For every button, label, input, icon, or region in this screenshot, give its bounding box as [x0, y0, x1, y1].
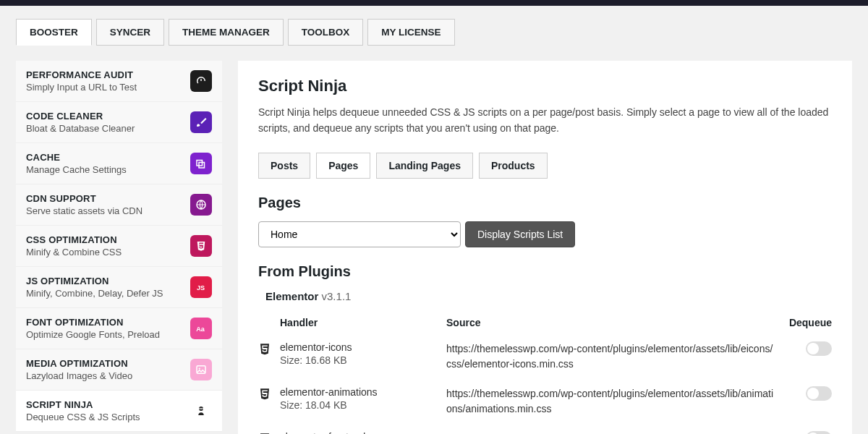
sidebar-sub: Bloat & Database Cleaner: [26, 123, 135, 134]
dequeue-toggle[interactable]: [806, 341, 832, 356]
svg-text:JS: JS: [197, 284, 205, 292]
col-dequeue: Dequeue: [774, 317, 832, 328]
handler-name: elementor-frontend: [280, 431, 446, 434]
tab-my-license[interactable]: MY LICENSE: [367, 19, 454, 46]
sidebar-item-cdn-support[interactable]: CDN SUPPORT Serve static assets via CDN: [16, 184, 222, 226]
plugin-name: Elementor v3.1.1: [265, 290, 832, 302]
col-handler: Handler: [280, 317, 446, 328]
page-description: Script Ninja helps dequeue unneeded CSS …: [258, 104, 832, 137]
css3-icon: [258, 341, 280, 358]
page-select[interactable]: Home: [258, 221, 461, 247]
source-url: https://themelesswp.com/wp-content/plugi…: [446, 431, 774, 434]
svg-point-8: [202, 408, 203, 409]
admin-top-bar: [0, 0, 868, 6]
tab-toolbox[interactable]: TOOLBOX: [288, 19, 364, 46]
source-url: https://themelesswp.com/wp-content/plugi…: [446, 341, 774, 372]
page-title: Script Ninja: [258, 77, 832, 95]
sidebar-sub: Serve static assets via CDN: [26, 205, 142, 216]
css-icon: [190, 235, 212, 257]
handler-size: Size: 16.68 KB: [280, 354, 446, 366]
subtab-products[interactable]: Products: [479, 153, 548, 179]
handler-size: Size: 18.04 KB: [280, 399, 446, 411]
svg-point-7: [200, 408, 200, 409]
sidebar-title: CSS OPTIMIZATION: [26, 234, 122, 245]
sidebar-item-performance-audit[interactable]: PERFORMANCE AUDIT Simply Input a URL to …: [16, 61, 222, 102]
image-icon: [190, 359, 212, 380]
gauge-icon: [190, 70, 212, 92]
sidebar-sub: Optimize Google Fonts, Preload: [26, 329, 160, 340]
section-title-pages: Pages: [258, 195, 832, 211]
globe-icon: [190, 194, 212, 216]
sidebar-item-script-ninja[interactable]: SCRIPT NINJA Dequeue CSS & JS Scripts: [16, 391, 222, 432]
svg-point-4: [199, 367, 200, 369]
sidebar-title: CODE CLEANER: [26, 111, 135, 122]
subtab-pages[interactable]: Pages: [316, 153, 370, 179]
sidebar: PERFORMANCE AUDIT Simply Input a URL to …: [16, 61, 222, 434]
table-header: Handler Source Dequeue: [258, 311, 832, 334]
ninja-icon: [190, 400, 212, 422]
css3-icon: [258, 386, 280, 403]
top-tabs: BOOSTER SYNCER THEME MANAGER TOOLBOX MY …: [0, 6, 868, 46]
css3-icon: [258, 431, 280, 434]
sidebar-title: CDN SUPPORT: [26, 193, 142, 204]
script-row: elementor-frontend Size: 112.36 KB https…: [258, 424, 832, 434]
script-row: elementor-icons Size: 16.68 KB https://t…: [258, 334, 832, 379]
sidebar-sub: Minify & Combine CSS: [26, 247, 122, 258]
sidebar-title: MEDIA OPTIMIZATION: [26, 358, 132, 369]
brush-icon: [190, 111, 212, 133]
sidebar-title: FONT OPTIMIZATION: [26, 317, 160, 328]
dequeue-toggle[interactable]: [806, 431, 832, 434]
sidebar-title: CACHE: [26, 152, 127, 163]
sidebar-sub: Lazyload Images & Video: [26, 370, 132, 381]
main-panel: Script Ninja Script Ninja helps dequeue …: [238, 61, 852, 434]
js-icon: JS: [190, 276, 212, 298]
dequeue-toggle[interactable]: [806, 386, 832, 401]
tab-theme-manager[interactable]: THEME MANAGER: [169, 19, 284, 46]
sub-tabs: Posts Pages Landing Pages Products: [258, 153, 832, 179]
sidebar-item-cache[interactable]: CACHE Manage Cache Settings: [16, 143, 222, 184]
layers-icon: [190, 153, 212, 174]
sidebar-sub: Minify, Combine, Delay, Defer JS: [26, 288, 163, 299]
sidebar-item-css-optimization[interactable]: CSS OPTIMIZATION Minify & Combine CSS: [16, 226, 222, 267]
sidebar-item-font-optimization[interactable]: FONT OPTIMIZATION Optimize Google Fonts,…: [16, 308, 222, 349]
handler-name: elementor-icons: [280, 341, 446, 353]
sidebar-item-media-optimization[interactable]: MEDIA OPTIMIZATION Lazyload Images & Vid…: [16, 349, 222, 391]
sidebar-item-js-optimization[interactable]: JS OPTIMIZATION Minify, Combine, Delay, …: [16, 267, 222, 308]
subtab-landing-pages[interactable]: Landing Pages: [376, 153, 473, 179]
tab-syncer[interactable]: SYNCER: [96, 19, 164, 46]
sidebar-sub: Dequeue CSS & JS Scripts: [26, 412, 140, 422]
col-source: Source: [446, 317, 774, 328]
subtab-posts[interactable]: Posts: [258, 153, 310, 179]
sidebar-sub: Simply Input a URL to Test: [26, 82, 137, 93]
handler-name: elementor-animations: [280, 386, 446, 398]
sidebar-title: JS OPTIMIZATION: [26, 276, 163, 286]
sidebar-title: PERFORMANCE AUDIT: [26, 69, 137, 80]
section-title-from-plugins: From Plugins: [258, 263, 832, 280]
svg-text:Aa: Aa: [196, 326, 205, 333]
sidebar-sub: Manage Cache Settings: [26, 164, 127, 175]
svg-rect-6: [199, 408, 203, 409]
display-scripts-button[interactable]: Display Scripts List: [465, 221, 575, 247]
font-icon: Aa: [190, 318, 212, 339]
sidebar-title: SCRIPT NINJA: [26, 399, 140, 410]
source-url: https://themelesswp.com/wp-content/plugi…: [446, 386, 774, 417]
sidebar-item-code-cleaner[interactable]: CODE CLEANER Bloat & Database Cleaner: [16, 102, 222, 143]
tab-booster[interactable]: BOOSTER: [16, 19, 92, 46]
script-row: elementor-animations Size: 18.04 KB http…: [258, 379, 832, 424]
